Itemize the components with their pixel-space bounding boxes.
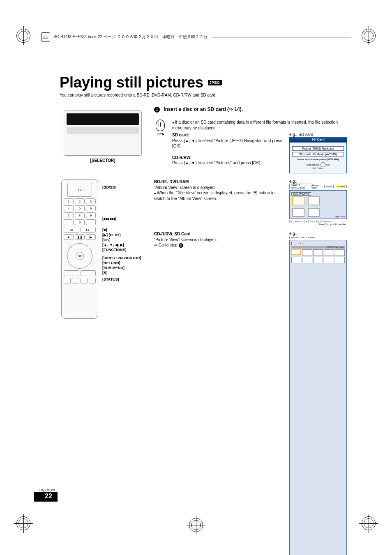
cdrrw-head: CD-R/RW: <box>172 155 284 161</box>
page-footer: RQT9129 22 <box>39 488 58 502</box>
page-number: 22 <box>39 493 58 500</box>
eg-sd-label: e.g., SD card <box>289 132 347 137</box>
remote-label-ok: [OK] <box>102 238 141 242</box>
step1-heading: 1 Insert a disc or an SD card (⇨ 14). <box>154 106 347 113</box>
sd-card-head: SD card: <box>172 132 284 138</box>
remote-label-stop: [■] <box>102 228 141 232</box>
bdre-l1: “Album View” screen is displayed. <box>154 185 284 191</box>
remote-label-arrows: [▲, ▼, ◀, ▶] <box>102 243 141 247</box>
cdsd-l2: ⇨ Go to step 3 <box>154 242 284 248</box>
tips-icon: TIPS <box>154 120 166 136</box>
remote-label-submenu: [SUB MENU] <box>102 266 141 270</box>
rqt-code: RQT9129 <box>39 488 58 492</box>
remote-label-skip: [, ] <box>102 216 141 221</box>
page-title: Playing still pictures <box>60 74 203 91</box>
album-view-panel: DIRECT NAVIGATORAlbum View VideoPicture … <box>289 184 347 226</box>
remote-label-functions: [FUNCTIONS] <box>102 248 141 252</box>
cdsd-l1: “Picture View” screen is displayed. <box>154 237 284 243</box>
crop-mark-tl <box>16 29 30 43</box>
book-header-text: SC-BT100P~ENG.book 22 ページ ２００８年２月２０日 水曜日… <box>53 34 208 40</box>
crop-mark-bl <box>16 516 30 530</box>
eg-bd: e.g., <box>289 179 347 184</box>
remote-label-bdsd: [BD/SD] <box>102 185 141 189</box>
remote-label-b: [B] <box>102 271 141 275</box>
remote-label-return: [RETURN] <box>102 261 141 265</box>
remote-illustration: TV 123 456 789 0 ◂◂▸▸ ■❚❚▶ OK <box>61 179 98 319</box>
remote-label-play: [▶] (PLAY) <box>102 233 141 237</box>
step1-number: 1 <box>154 107 160 113</box>
picture-view-panel-1: PicturePicture View CD(JPEG) 20XX/XX/XX … <box>289 236 347 555</box>
eg-cd: e.g., <box>289 231 347 236</box>
crop-mark-tr <box>362 29 376 43</box>
sd-card-panel: SD Card Picture (JPEG) Navigator Playbac… <box>289 137 347 173</box>
bdre-head: BD-RE, DVD-RAM <box>154 179 284 185</box>
cdrrw-body: Press [▲, ▼] to select “Pictures” and pr… <box>172 160 284 166</box>
bdre-l2: When the “Title View” screen is displaye… <box>154 190 284 201</box>
device-illustration <box>64 111 142 156</box>
jpeg-badge: JPEG <box>208 80 222 85</box>
intro-text: You can play still pictures recorded ont… <box>60 93 347 97</box>
selector-label: [SELECTOR] <box>60 158 146 163</box>
remote-label-directnav: [DIRECT NAVIGATOR] <box>102 256 141 260</box>
book-header: 📖 SC-BT100P~ENG.book 22 ページ ２００８年２月２０日 水… <box>41 32 351 41</box>
step1-bullet1: If a disc or an SD card containing data … <box>172 120 347 131</box>
book-icon: 📖 <box>41 32 50 41</box>
cdsd-head: CD-R/RW, SD Card <box>154 231 284 237</box>
remote-label-status: [STATUS] <box>102 277 141 281</box>
sd-card-body: Press [▲, ▼] to select “Picture (JPEG) N… <box>172 138 284 149</box>
